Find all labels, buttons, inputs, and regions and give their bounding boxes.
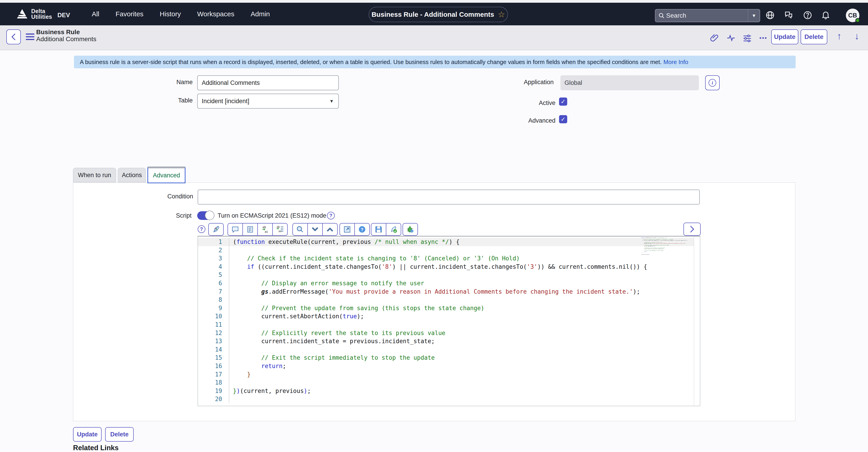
table-select[interactable]: Incident [incident] ▼ — [197, 94, 339, 109]
nav-item-favorites[interactable]: Favorites — [116, 10, 144, 18]
delete-button-header[interactable]: Delete — [801, 29, 827, 44]
favorite-star-icon[interactable]: ☆ — [498, 10, 505, 19]
expand-editor-button[interactable] — [683, 222, 701, 236]
advanced-checkbox[interactable]: ✓ — [559, 115, 567, 123]
find-previous-chevron-up-icon[interactable] — [322, 223, 338, 236]
nav-item-all[interactable]: All — [92, 10, 99, 18]
toggle-knob — [205, 211, 214, 220]
environment-badge: DEV — [57, 12, 70, 19]
format-code-button[interactable] — [243, 223, 258, 236]
info-banner: A business rule is a server-side script … — [74, 56, 796, 68]
brand[interactable]: Delta Utilities DEV — [16, 8, 70, 20]
open-record-label: Business Rule - Additional Comments — [372, 11, 494, 18]
nav-item-admin[interactable]: Admin — [251, 10, 270, 18]
record-type: Business Rule — [36, 29, 96, 35]
code-line[interactable]: 10 current.setAbortAction(true); — [198, 312, 700, 321]
nav-item-history[interactable]: History — [160, 10, 181, 18]
find-next-chevron-down-icon[interactable] — [307, 223, 323, 236]
code-line[interactable]: 1(function executeRule(current, previous… — [198, 238, 700, 246]
code-line[interactable]: 11 — [198, 321, 700, 329]
code-line[interactable]: 17 } — [198, 370, 700, 379]
nav-menu: All Favorites History Workspaces Admin — [92, 10, 270, 18]
scripting-help-button[interactable]: ? — [354, 223, 370, 236]
table-value: Incident [incident] — [202, 98, 249, 105]
code-line[interactable]: 16 return; — [198, 362, 700, 370]
tab-actions[interactable]: Actions — [118, 168, 146, 182]
editor-annotation-scrollbar[interactable] — [694, 236, 700, 406]
help-icon[interactable] — [802, 10, 813, 20]
code-line[interactable]: 14 — [198, 345, 700, 354]
application-info-button[interactable]: i — [705, 76, 720, 90]
code-line[interactable]: 13 current.incident_state = previous.inc… — [198, 337, 700, 345]
code-line[interactable]: 4 if ((current.incident_state.changesTo(… — [198, 263, 700, 271]
code-line[interactable]: 15 // Exit the script immediately to sto… — [198, 354, 700, 362]
record-title: Business Rule Additional Comments — [36, 29, 96, 42]
code-line[interactable]: 6 // Display an error message to notify … — [198, 279, 700, 288]
notifications-bell-icon[interactable] — [820, 10, 831, 20]
editor-minimap: (function executeRule(current, previous … — [641, 237, 693, 259]
active-label: Active — [498, 99, 555, 107]
delete-button-footer[interactable]: Delete — [105, 427, 134, 442]
brand-name: Delta Utilities — [31, 8, 52, 20]
user-avatar[interactable]: CB — [846, 9, 859, 22]
tab-when-to-run[interactable]: When to run — [73, 168, 116, 182]
syntax-editor-button[interactable] — [208, 223, 224, 236]
code-line[interactable]: 12 // Explicitly revert the state to its… — [198, 329, 700, 337]
code-editor-lines: 1(function executeRule(current, previous… — [198, 236, 700, 403]
context-menu-icon[interactable] — [26, 33, 34, 41]
save-button-icon[interactable] — [371, 223, 386, 236]
name-field — [197, 76, 339, 90]
scroll-down-arrow[interactable]: ↓ — [855, 31, 859, 41]
code-line[interactable]: 5 — [198, 271, 700, 279]
replace-button[interactable]: ab ac — [257, 223, 273, 236]
script-code-editor[interactable]: 1(function executeRule(current, previous… — [198, 236, 700, 406]
avatar-initials: CB — [848, 12, 857, 19]
search-input[interactable] — [666, 12, 748, 19]
nav-item-workspaces[interactable]: Workspaces — [197, 10, 235, 18]
code-line[interactable]: 2 — [198, 246, 700, 254]
editor-help-icon[interactable]: ? — [198, 225, 205, 233]
toggle-comment-button[interactable] — [227, 223, 243, 236]
code-line[interactable]: 8 — [198, 296, 700, 304]
check-icon: ✓ — [561, 116, 566, 123]
update-button-footer[interactable]: Update — [73, 427, 101, 442]
info-banner-text: A business rule is a server-side script … — [80, 59, 661, 66]
code-line[interactable]: 7 gs.addErrorMessage('You must provide a… — [198, 288, 700, 296]
ecmascript-help-icon[interactable]: ? — [327, 212, 335, 219]
svg-text:ab: ab — [262, 225, 266, 229]
code-line[interactable]: 20 — [198, 395, 700, 403]
more-info-link[interactable]: More Info — [663, 59, 688, 66]
personalize-form-sliders-icon[interactable] — [742, 33, 752, 43]
code-line[interactable]: 9 // Prevent the update from saving (thi… — [198, 304, 700, 312]
replace-all-button[interactable]: ab ac — [272, 223, 288, 236]
code-line[interactable]: 18 — [198, 379, 700, 387]
globe-icon[interactable] — [765, 10, 775, 20]
svg-text:ac: ac — [265, 230, 268, 234]
tab-advanced[interactable]: Advanced — [148, 167, 185, 183]
back-button[interactable] — [6, 29, 21, 44]
active-checkbox[interactable]: ✓ — [559, 97, 567, 106]
code-line[interactable]: 19})(current, previous); — [198, 387, 700, 395]
name-input[interactable] — [202, 80, 334, 86]
ecmascript-mode-toggle[interactable] — [197, 211, 214, 220]
open-in-new-window-button[interactable] — [339, 223, 355, 236]
check-icon: ✓ — [561, 98, 566, 105]
global-search: ▼ — [655, 9, 760, 22]
debug-bug-icon[interactable] — [403, 223, 418, 236]
application-value: Global — [564, 80, 582, 86]
scroll-up-arrow[interactable]: ↑ — [837, 31, 841, 41]
delta-utilities-logo-icon — [16, 8, 28, 20]
attachment-paperclip-icon[interactable] — [709, 33, 719, 43]
search-scope-dropdown[interactable]: ▼ — [748, 13, 760, 18]
search-icon — [657, 10, 666, 21]
more-options-icon[interactable] — [758, 33, 768, 43]
svg-text:?: ? — [361, 227, 364, 232]
update-button-header[interactable]: Update — [771, 29, 798, 44]
search-in-script-button[interactable] — [292, 223, 308, 236]
open-record-pill[interactable]: Business Rule - Additional Comments ☆ — [369, 7, 508, 22]
chat-icon[interactable] — [783, 10, 794, 20]
validate-script-button[interactable] — [386, 223, 401, 236]
code-line[interactable]: 3 // Check if the incident state is chan… — [198, 254, 700, 263]
condition-input[interactable] — [202, 194, 695, 201]
activity-stream-icon[interactable] — [726, 33, 736, 43]
